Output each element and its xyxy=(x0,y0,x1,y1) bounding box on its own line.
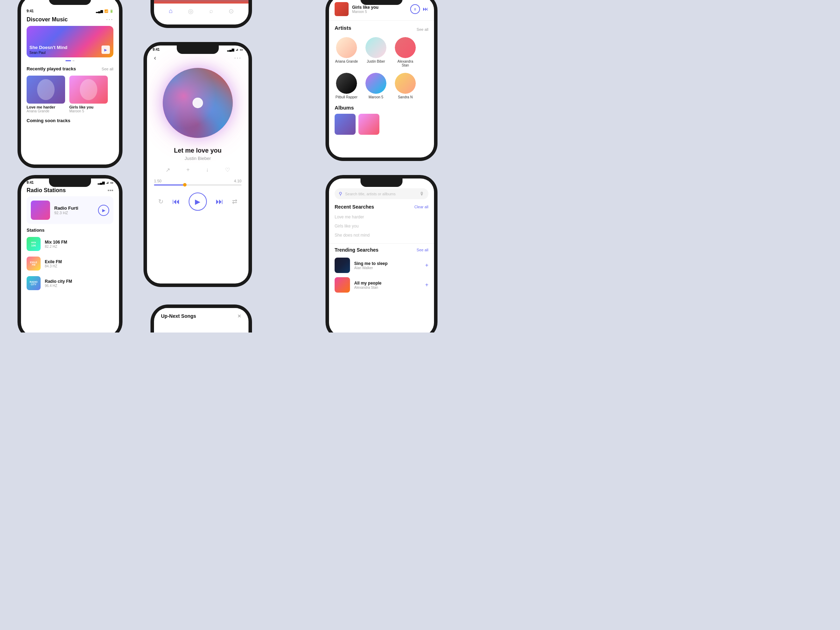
download-icon[interactable]: ↓ xyxy=(206,167,208,173)
artist-avatar-4 xyxy=(365,73,387,94)
artist-avatar-3 xyxy=(336,73,357,94)
artist-item-3[interactable]: Pitbull Rapper xyxy=(335,73,358,99)
player-more-options[interactable]: ··· xyxy=(234,54,242,62)
albums-title: Albums xyxy=(335,105,354,111)
featured-station[interactable]: Radio Furti 92.3 HZ ▶ xyxy=(27,196,114,224)
artists-see-all[interactable]: See all xyxy=(417,27,428,32)
artist-item-1[interactable]: Justin Biber xyxy=(364,37,388,67)
track-card-0[interactable]: Love me harder Ariana Grande xyxy=(27,76,65,113)
recently-played-see-all[interactable]: See all xyxy=(101,67,114,71)
profile-nav-icon[interactable]: ⊙ xyxy=(229,7,234,15)
track-name-0: Love me harder xyxy=(27,105,65,109)
phone3-player: 9:41 ▂▄▆ ⊿ ▭ ‹ ··· Let me love you Justi… xyxy=(144,42,252,287)
track-thumb-0 xyxy=(27,76,65,104)
artist-face-sandra xyxy=(395,73,416,94)
artist-face-alexandra xyxy=(395,37,416,58)
album-thumb-0[interactable] xyxy=(335,114,355,135)
add-icon[interactable]: + xyxy=(186,167,190,173)
featured-play-button[interactable]: ▶ xyxy=(98,205,109,216)
station-logo-1: EXILEFM xyxy=(27,257,41,270)
station-info-2: Radio city FM 96.4 HZ xyxy=(45,279,114,288)
recently-played-header: Recently played tracks See all xyxy=(21,64,119,74)
track-grid: Love me harder Ariana Grande Girls like … xyxy=(21,74,119,115)
close-button[interactable]: ✕ xyxy=(237,313,242,319)
progress-section: 1.50 4.10 xyxy=(147,176,248,188)
progress-bar[interactable] xyxy=(154,185,242,185)
artist-name-0: Ariana Grande xyxy=(335,60,358,63)
hero-banner[interactable]: She Doesn't Mind Sean Paul ▶ xyxy=(27,26,114,57)
share-icon[interactable]: ↗ xyxy=(166,167,170,173)
recent-searches-title: Recent Searches xyxy=(335,204,374,210)
trending-artist-1: Alexandra Stan xyxy=(354,286,421,289)
recent-item-2[interactable]: She does not mind xyxy=(335,231,428,240)
np-info: Girls like you Maroon 5 xyxy=(352,5,407,14)
np-pause-button[interactable]: ⏸ xyxy=(410,4,420,14)
artist-item-5[interactable]: Sandra N xyxy=(393,73,417,99)
trending-see-all[interactable]: See all xyxy=(417,248,428,252)
hero-play-button[interactable]: ▶ xyxy=(101,46,110,54)
trending-name-0: Sing me to sleep xyxy=(354,261,421,266)
action-icons: ↗ + ↓ ♡ xyxy=(147,164,248,176)
artist-item-0[interactable]: Ariana Grande xyxy=(335,37,358,67)
mic-icon[interactable]: 🎙 xyxy=(420,191,424,196)
add-song-button-0[interactable]: + xyxy=(425,262,428,268)
trending-info-1: All my people Alexandra Stan xyxy=(354,281,421,289)
progress-thumb xyxy=(183,183,186,186)
radio-nav-icon[interactable]: ◎ xyxy=(188,7,194,15)
recent-item-1[interactable]: Girls like you xyxy=(335,221,428,231)
np-controls: ⏸ ⏭ xyxy=(410,4,428,14)
wifi-icon-5: ⊿ xyxy=(106,181,109,185)
artist-name-2: Alexandra Stan xyxy=(393,60,417,67)
station-item-2[interactable]: RADIOCITY Radio city FM 96.4 HZ xyxy=(21,273,119,293)
shuffle-icon[interactable]: ⇄ xyxy=(232,198,237,205)
album-thumb-1[interactable] xyxy=(358,114,379,135)
trending-section: Trending Searches See all Sing me to sle… xyxy=(329,245,434,297)
artist-avatar-1 xyxy=(365,37,387,58)
artist-name-5: Sandra N xyxy=(393,95,417,99)
phone1-status-bar: 9:41 ▂▄▆ 📶 🔋 xyxy=(21,7,119,13)
artist-item-4[interactable]: Maroon 5 xyxy=(364,73,388,99)
hero-song-title: She Doesn't Mind xyxy=(29,45,68,51)
phone4-artists: Girls like you Maroon 5 ⏸ ⏭ Artists See … xyxy=(325,0,437,161)
trending-thumb-0 xyxy=(335,257,350,273)
album-art-container xyxy=(147,65,248,141)
play-pause-button[interactable]: ▶ xyxy=(189,193,207,211)
artist-face-maroon xyxy=(365,73,387,94)
artist-name-3: Pitbull Rapper xyxy=(335,95,358,99)
np-next-button[interactable]: ⏭ xyxy=(423,6,428,12)
like-icon[interactable]: ♡ xyxy=(225,167,230,173)
battery-icon-5: ▭ xyxy=(110,181,114,185)
station-item-1[interactable]: EXILEFM Exile FM 84.3 HZ xyxy=(21,254,119,273)
artist-item-2[interactable]: Alexandra Stan xyxy=(393,37,417,67)
artist-avatar-0 xyxy=(336,37,357,58)
albums-section: Albums xyxy=(329,102,434,137)
station-item-0[interactable]: mix106 Mix 106 FM 82.2 HZ xyxy=(21,234,119,254)
search-bar[interactable]: ⚲ Search title, artists or allbums 🎙 xyxy=(335,188,428,199)
phone1-discover: 9:41 ▂▄▆ 📶 🔋 Discover Music ··· She Does… xyxy=(17,0,123,168)
back-button[interactable]: ‹ xyxy=(154,54,156,62)
home-nav-icon[interactable]: ⌂ xyxy=(169,7,172,15)
trending-item-1[interactable]: All my people Alexandra Stan + xyxy=(335,275,428,295)
more-options-button[interactable]: ··· xyxy=(106,16,114,23)
recent-item-0[interactable]: Love me harder xyxy=(335,212,428,221)
clear-all-button[interactable]: Clear all xyxy=(414,205,428,209)
phone7-upnext: Up-Next Songs ✕ xyxy=(150,305,252,333)
station-info-1: Exile FM 84.3 HZ xyxy=(45,259,114,268)
battery-icon: 🔋 xyxy=(109,9,114,13)
track-card-1[interactable]: Girls like you Maroon 5 xyxy=(69,76,108,113)
signal-icon-3: ▂▄▆ xyxy=(227,48,234,51)
trending-item-0[interactable]: Sing me to sleep Alan Walker + xyxy=(335,256,428,275)
search-nav-icon[interactable]: ⌕ xyxy=(209,7,213,15)
repeat-icon[interactable]: ↻ xyxy=(158,198,163,205)
prev-track-button[interactable]: ⏮ xyxy=(172,197,180,206)
next-track-button[interactable]: ⏭ xyxy=(216,197,223,206)
station-name-0: Mix 106 FM xyxy=(45,240,114,245)
trending-info-0: Sing me to sleep Alan Walker xyxy=(354,261,421,270)
add-song-button-1[interactable]: + xyxy=(425,282,428,288)
phone4-notch xyxy=(360,0,403,5)
hero-text-block: She Doesn't Mind Sean Paul xyxy=(29,45,68,55)
song-artist: Justin Bieber xyxy=(154,156,242,161)
bar-chart-icon: ▪▪▪ xyxy=(107,187,114,194)
np-thumbnail xyxy=(335,2,349,16)
wifi-icon: 📶 xyxy=(104,9,108,13)
